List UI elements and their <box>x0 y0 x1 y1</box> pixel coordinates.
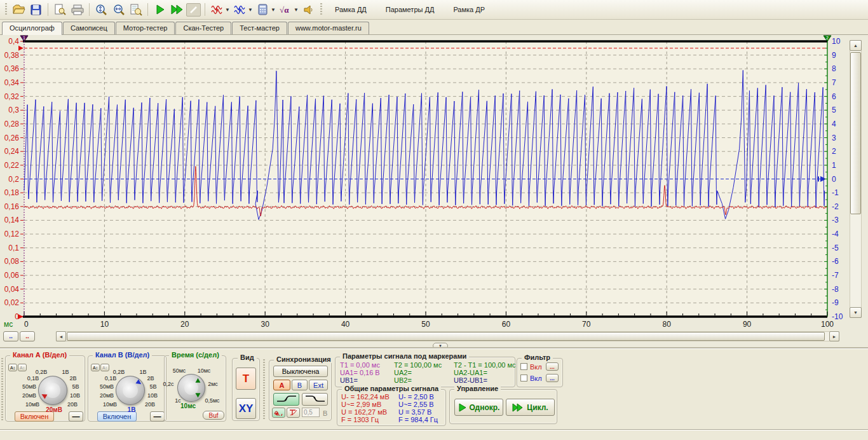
sync-title: Синхронизация <box>274 355 334 363</box>
dropdown-caret-icon[interactable]: ▼ <box>271 7 276 13</box>
sound-button[interactable] <box>301 2 316 17</box>
menu-ramka-dr[interactable]: Рамка ДР <box>444 4 494 15</box>
print-button[interactable] <box>69 2 85 17</box>
svg-text:0,18: 0,18 <box>4 188 20 197</box>
buf-button[interactable]: Buf <box>203 411 224 420</box>
scroll-down-button[interactable]: ▼ <box>850 307 862 318</box>
toolbar-gripper[interactable] <box>320 3 322 16</box>
horizontal-scroll-thumb[interactable] <box>67 332 825 341</box>
svg-text:4: 4 <box>832 120 836 128</box>
dropdown-caret-icon[interactable]: ▼ <box>225 7 231 13</box>
filter-a-checkbox[interactable] <box>520 363 527 370</box>
tab-test-master[interactable]: Тест-мастер <box>232 22 287 34</box>
channel-b-autoshift-button[interactable]: А↕ <box>100 364 109 371</box>
sync-source-ext-button[interactable]: Ext <box>309 380 328 390</box>
dropdown-caret-icon[interactable]: ▼ <box>294 7 299 13</box>
filter-a-more-button[interactable]: ... <box>546 362 559 371</box>
marker-dt: T2 - T1 = 100,00 мс <box>454 361 516 369</box>
channel-a-minus-button[interactable]: — <box>69 411 83 422</box>
tab-motor-tester[interactable]: Мотор-тестер <box>116 22 175 34</box>
knob-current-value: 10мс <box>180 402 196 409</box>
channel-a-autoshift-button[interactable]: А↕ <box>18 364 27 371</box>
toolbar-gripper[interactable] <box>5 3 7 16</box>
zoom-document-button[interactable] <box>128 2 144 17</box>
svg-text:0,36: 0,36 <box>4 64 20 73</box>
menu-ramka-dd[interactable]: Рамка ДД <box>326 4 376 15</box>
svg-text:0,14: 0,14 <box>4 216 20 224</box>
marker-dub: UВ2-UВ1= <box>454 376 487 384</box>
sync-mode-level-button[interactable] <box>272 408 285 418</box>
save-button[interactable] <box>28 2 44 17</box>
scroll-up-button[interactable]: ▲ <box>850 40 862 51</box>
channel-a-knob[interactable] <box>38 376 67 405</box>
tab-motor-master-site[interactable]: www.motor-master.ru <box>288 22 369 34</box>
knob-scale-label: 20В <box>145 401 155 408</box>
svg-text:0,1: 0,1 <box>8 244 19 252</box>
sync-source-b-button[interactable]: В <box>292 380 308 390</box>
run-cycle-button[interactable] <box>169 2 185 17</box>
print-preview-button[interactable] <box>52 2 68 17</box>
knob-scale-label: 10В <box>70 392 80 399</box>
sync-rising-edge-button[interactable] <box>273 393 299 406</box>
scroll-right-button[interactable]: ► <box>829 331 839 341</box>
channel-a-autoscale-button[interactable]: А↕ <box>8 364 17 371</box>
general-params-title: Общие параметры сигнала <box>342 385 441 392</box>
signal-b-button[interactable] <box>232 2 248 17</box>
svg-text:5: 5 <box>832 106 836 114</box>
sync-level-input[interactable] <box>302 408 320 417</box>
svg-text:6: 6 <box>832 92 836 101</box>
svg-text:-3: -3 <box>832 216 839 224</box>
status-strip <box>0 430 868 440</box>
svg-text:40: 40 <box>341 320 350 329</box>
run-single-large-button[interactable]: Однокр. <box>454 399 503 416</box>
signal-a-button[interactable] <box>209 2 225 17</box>
sync-falling-edge-button[interactable] <box>302 393 328 406</box>
panel-gripper[interactable] <box>1 358 3 420</box>
tab-scan-tester[interactable]: Скан-Тестер <box>175 22 231 34</box>
marker-t2: T2 = 100,00 мс <box>394 361 442 369</box>
dropdown-caret-icon[interactable]: ▼ <box>248 7 254 13</box>
svg-text:√α: √α <box>280 5 289 15</box>
zoom-vertical-button[interactable] <box>93 2 109 17</box>
svg-text:0: 0 <box>832 175 836 184</box>
svg-text:80: 80 <box>663 320 672 329</box>
channel-b-autoscale-button[interactable]: А↕ <box>91 364 100 371</box>
svg-text:0,4: 0,4 <box>8 37 19 46</box>
tab-samopisec[interactable]: Самописец <box>63 22 115 34</box>
open-file-button[interactable] <box>11 2 27 17</box>
svg-text:0,24: 0,24 <box>4 147 20 156</box>
run-single-button[interactable] <box>152 2 168 17</box>
dots-blue-button[interactable]: .. <box>3 331 18 341</box>
zoom-horizontal-button[interactable] <box>111 2 126 17</box>
view-xy-button[interactable]: XY <box>236 398 256 419</box>
view-t-button[interactable]: Т <box>236 368 256 390</box>
knob-scale-label: 20мВ <box>100 392 114 399</box>
knob-scale-label: 50мс <box>173 368 186 374</box>
tab-oscillograph[interactable]: Осциллограф <box>2 22 62 35</box>
svg-text:-8: -8 <box>832 285 839 294</box>
sqrt-alpha-button[interactable]: √α <box>278 2 294 17</box>
channel-b-minus-button[interactable]: — <box>150 411 165 422</box>
panel-gripper[interactable] <box>263 359 265 419</box>
time-knob[interactable] <box>177 374 205 402</box>
sync-source-a-button[interactable]: А <box>273 380 290 390</box>
svg-text:100: 100 <box>821 320 834 329</box>
channel-b-title: Канал В (В/дел) <box>93 351 152 359</box>
svg-text:0: 0 <box>24 320 29 329</box>
filter-b-checkbox[interactable] <box>520 375 527 382</box>
run-cycle-large-button[interactable]: Цикл. <box>506 399 555 416</box>
scroll-left-button[interactable]: ◄ <box>56 331 66 341</box>
sync-mode-edge-button[interactable] <box>287 408 300 418</box>
dots-red-button[interactable]: .. <box>20 331 35 341</box>
knob-scale-label: 5В <box>149 383 156 390</box>
svg-text:1: 1 <box>23 36 25 40</box>
knob-scale-label: 0,2В <box>36 369 48 375</box>
sync-off-button[interactable]: Выключена <box>273 366 328 377</box>
calculator-button[interactable] <box>255 2 271 17</box>
svg-text:-1: -1 <box>832 188 839 197</box>
svg-text:50: 50 <box>421 320 430 329</box>
zoom-vertical-icon <box>95 4 108 16</box>
vertical-scroll-thumb[interactable] <box>850 52 861 214</box>
menu-parametry-dd[interactable]: Параметры ДД <box>377 4 444 15</box>
filter-b-more-button[interactable]: ... <box>546 374 559 382</box>
